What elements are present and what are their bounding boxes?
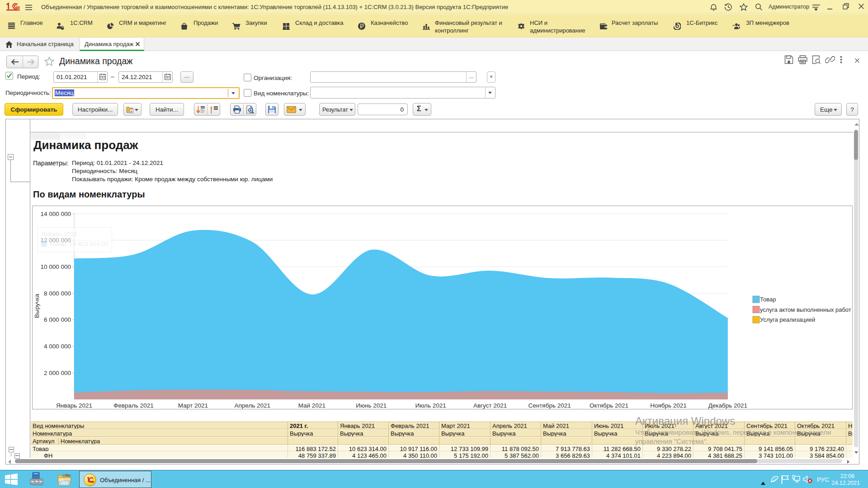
header-month[interactable]: Июль 2021: [643, 422, 693, 429]
calendar-icon[interactable]: [162, 72, 172, 82]
more-button[interactable]: Еще: [815, 103, 842, 116]
row-value[interactable]: 116 883 172,52: [288, 445, 338, 451]
row-label[interactable]: Товар: [31, 445, 288, 451]
row-value[interactable]: 11 878 092,50: [491, 445, 541, 451]
header-revenue[interactable]: Выручка: [745, 430, 795, 437]
find-button[interactable]: Найти...: [150, 103, 184, 116]
header-empty[interactable]: [439, 437, 491, 445]
print-buttons-group[interactable]: [230, 103, 256, 116]
report-variants-button[interactable]: [123, 103, 142, 116]
print-icon[interactable]: [233, 105, 241, 115]
horizontal-scrollbar-thumb[interactable]: [15, 459, 757, 463]
tray-network-icon[interactable]: [792, 475, 801, 483]
result-button[interactable]: Результат: [319, 103, 355, 116]
sum-button[interactable]: Σ: [413, 103, 431, 116]
back-button[interactable]: [11, 59, 19, 67]
organization-field[interactable]: ...: [310, 71, 476, 83]
file-explorer-icon[interactable]: [57, 474, 71, 486]
favorites-star-icon[interactable]: [740, 3, 747, 11]
period-checkbox[interactable]: [5, 72, 13, 80]
header-nomenclature-sub[interactable]: Номенклатура: [59, 437, 288, 445]
header-month[interactable]: Август 2021: [693, 422, 745, 429]
header-month[interactable]: Февраль 2021: [389, 422, 439, 429]
current-user-label[interactable]: Администратор: [769, 4, 809, 10]
header-month[interactable]: Июнь 2021: [592, 422, 643, 429]
tab-close-icon[interactable]: [135, 41, 141, 47]
service-menu-icon[interactable]: [812, 3, 820, 11]
calendar-icon[interactable]: [97, 72, 107, 82]
send-email-button[interactable]: [284, 103, 306, 116]
row-group-collapse-1[interactable]: [9, 447, 14, 452]
header-empty[interactable]: [541, 437, 592, 445]
tray-chevron-icon[interactable]: [761, 479, 765, 482]
header-revenue[interactable]: Выручка: [541, 430, 592, 437]
header-month[interactable]: Октябрь 2021: [795, 422, 846, 429]
header-nomenclature[interactable]: Номенклатура: [31, 430, 288, 437]
start-button[interactable]: [5, 474, 18, 485]
window-close-icon[interactable]: [858, 3, 866, 11]
row-value[interactable]: 12 733 109,99: [439, 445, 491, 451]
organization-checkbox[interactable]: [244, 74, 251, 81]
notifications-bell-icon[interactable]: [710, 3, 717, 11]
header-month[interactable]: Март 2021: [439, 422, 491, 429]
tray-language-label[interactable]: РУС: [817, 476, 829, 483]
row-value[interactable]: 9 330 278,22: [643, 445, 693, 451]
hamburger-menu-icon[interactable]: [25, 4, 32, 12]
row-value[interactable]: 4 374 101,01: [592, 452, 643, 458]
row-value[interactable]: 4 381 688,25: [693, 452, 745, 458]
header-article[interactable]: Артикул: [31, 437, 59, 445]
row-group-collapse-2[interactable]: [14, 453, 20, 459]
periodicity-combo[interactable]: Месяц: [52, 87, 240, 99]
header-revenue[interactable]: Выручка: [491, 430, 541, 437]
result-counter-field[interactable]: 0: [358, 103, 408, 115]
sort-ascending-icon[interactable]: [209, 105, 218, 116]
header-revenue[interactable]: Выручка: [592, 430, 643, 437]
horizontal-scrollbar-right-icon[interactable]: [847, 460, 849, 464]
sort-buttons-group[interactable]: [194, 103, 220, 116]
vertical-scrollbar-up-icon[interactable]: [854, 123, 859, 126]
minimize-icon[interactable]: [827, 5, 835, 12]
row-value[interactable]: 3 743 101,00: [745, 452, 795, 458]
organization-more-dots[interactable]: ...: [466, 72, 476, 82]
server-manager-icon[interactable]: [29, 472, 44, 487]
header-revenue[interactable]: Выручка: [795, 430, 846, 437]
period-from-field[interactable]: 01.01.2021: [53, 71, 108, 83]
header-empty[interactable]: [643, 437, 693, 445]
period-variants-button[interactable]: ...: [180, 71, 193, 83]
history-icon[interactable]: [724, 3, 732, 11]
tray-defender-icon[interactable]: [770, 475, 779, 483]
print-preview-icon[interactable]: [812, 55, 822, 65]
header-empty[interactable]: [693, 437, 745, 445]
header-empty[interactable]: [795, 437, 846, 445]
tray-volume-muted-icon[interactable]: [803, 475, 812, 483]
header-month[interactable]: Ноябрь 2021: [846, 422, 853, 429]
close-report-icon[interactable]: [854, 57, 864, 67]
header-empty[interactable]: [491, 437, 541, 445]
header-empty[interactable]: [592, 437, 643, 445]
save-button[interactable]: [265, 103, 278, 116]
row-value[interactable]: 7 913 778,63: [541, 445, 592, 451]
row-value[interactable]: 11 282 668,50: [592, 445, 643, 451]
restore-icon[interactable]: [843, 3, 850, 11]
header-month[interactable]: Май 2021: [541, 422, 592, 429]
header-empty[interactable]: [338, 437, 389, 445]
row-value[interactable]: 4 123 465,00: [338, 452, 389, 458]
help-button[interactable]: ?: [846, 103, 858, 116]
row-value[interactable]: 9 141 856,05: [745, 445, 795, 451]
generate-button[interactable]: Сформировать: [5, 103, 63, 116]
header-revenue[interactable]: Выручка: [846, 430, 853, 437]
tab-sales-dynamics[interactable]: Динамика продаж: [80, 38, 144, 51]
dropdown-arrow-icon[interactable]: [231, 92, 235, 94]
get-link-icon[interactable]: [825, 55, 835, 65]
forward-button[interactable]: [27, 59, 35, 67]
header-revenue[interactable]: Выручка: [288, 430, 338, 437]
header-empty[interactable]: [288, 437, 338, 445]
row-value[interactable]: 4 350 110,00: [389, 452, 439, 458]
sort-descending-icon[interactable]: [196, 105, 205, 116]
print-icon[interactable]: [798, 55, 808, 65]
vertical-scrollbar-down-icon[interactable]: [854, 451, 858, 454]
header-revenue[interactable]: Выручка: [389, 430, 439, 437]
row-value[interactable]: [846, 445, 853, 451]
row-value[interactable]: 3 656 829,63: [541, 452, 592, 458]
header-empty[interactable]: [745, 437, 795, 445]
